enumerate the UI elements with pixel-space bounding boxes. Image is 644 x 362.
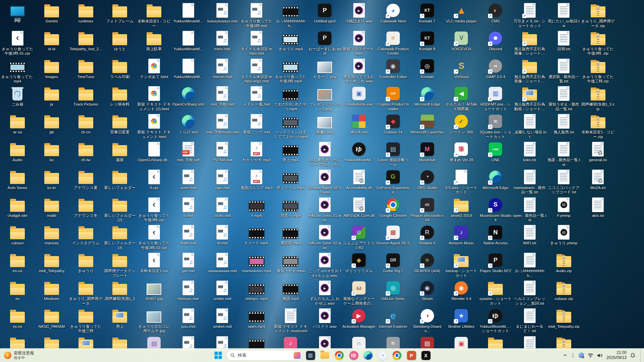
hidden-icons-chevron-icon[interactable]: [563, 354, 567, 357]
desktop-icon[interactable]: ゆYukkuriMovieM...: [342, 141, 376, 163]
desktop-icon[interactable]: GGeForce Experience: [376, 169, 410, 195]
desktop-icon[interactable]: AWSSDK.Core.dll: [342, 197, 376, 218]
desktop-icon[interactable]: 無題.mp4: [273, 280, 308, 301]
desktop-icon[interactable]: ♪Amazon Music: [444, 225, 478, 246]
desktop-icon[interactable]: 新規 テキスト ドキュメント (2).html: [137, 86, 171, 111]
notification-bell-icon[interactable]: z: [630, 353, 635, 358]
desktop-icon[interactable]: 調声練習(失敗)_3.zip: [581, 86, 615, 111]
desktop-icon[interactable]: YukkuriMovieM...: [171, 3, 205, 24]
desktop-icon[interactable]: ♫meroin.mid: [205, 58, 239, 79]
desktop-icon[interactable]: ▶Groove Agent SE 01.wav: [308, 169, 342, 195]
desktop-icon[interactable]: ♫b.mid: [171, 197, 205, 218]
search-box[interactable]: 検索: [226, 350, 303, 361]
desktop-icon[interactable]: midi_Telepathy.zip: [547, 308, 581, 329]
desktop-icon[interactable]: ♫タイトル未設定.tempo.orig1.mid: [239, 58, 274, 84]
desktop-icon[interactable]: YukkuriMovieM...: [171, 31, 205, 52]
desktop-icon[interactable]: ♫sirofo.mid: [205, 197, 239, 218]
desktop-icon[interactable]: 名称未設定1 - コピー: [137, 3, 171, 28]
desktop-icon[interactable]: 無題 - 親作品一覧.txt: [547, 141, 581, 167]
desktop-icon[interactable]: ♫タイトル未設定.tempo.mid: [239, 31, 274, 56]
desktop-icon[interactable]: かるーく.png: [308, 58, 342, 79]
desktop-icon[interactable]: 営業日変更: [103, 114, 137, 135]
desktop-icon[interactable]: MoZA.exe: [342, 114, 376, 135]
desktop-icon[interactable]: ラベル印刷: [103, 58, 137, 79]
show-desktop-edge[interactable]: [640, 349, 642, 362]
desktop-icon[interactable]: ▶HALion Sonic 02.wav: [308, 225, 342, 250]
desktop-icon[interactable]: 路上駐車: [137, 31, 171, 52]
desktop-icon[interactable]: Telepathy_Inst_2...: [69, 31, 103, 52]
tray-app-blue-icon[interactable]: [579, 353, 584, 358]
desktop-icon[interactable]: 最新: [103, 141, 137, 163]
desktop-icon[interactable]: ヘッドフォンはずしててよかっt.mp4: [273, 114, 308, 139]
desktop-icon[interactable]: ksks.txt: [513, 141, 547, 163]
desktop-icon[interactable]: ♫新規ソング.mid: [239, 114, 274, 135]
app-dark-button[interactable]: ▥: [304, 349, 317, 362]
desktop-icon[interactable]: ◉Blender 4.4: [444, 280, 478, 301]
desktop-icon[interactable]: 無人販売.txt: [547, 114, 581, 135]
desktop-icon[interactable]: 名称未設定1 - コピー.zip: [581, 114, 615, 139]
desktop-icon[interactable]: きゅうり食ってた午後3時.mp4: [273, 58, 308, 84]
weather-widget[interactable]: ! 雷雨注意報 発令中: [0, 349, 38, 362]
desktop-icon[interactable]: ◆ポリリリリズム: [342, 252, 376, 274]
desktop-icon[interactable]: OpenCvSharp.dll...: [137, 141, 171, 163]
desktop-icon[interactable]: ♫PVTNd.mid: [205, 141, 239, 163]
desktop-icon[interactable]: ♫きゅうり食ってた午後3時.mid: [239, 3, 274, 28]
desktop-icon[interactable]: Audio: [0, 141, 35, 163]
desktop-icon[interactable]: Gemini: [35, 3, 69, 24]
desktop-icon[interactable]: ♫uaaaaaaaaa.mid: [205, 252, 239, 274]
desktop-icon[interactable]: ▶ずんだもん_しおかぜふ.wav: [308, 280, 342, 306]
app-light-button[interactable]: ◔: [376, 349, 389, 362]
desktop-icon[interactable]: ♪MP3無題のスコア.mp3: [239, 169, 274, 190]
desktop-icon[interactable]: manisekarin.mp4: [239, 252, 274, 274]
desktop-icon[interactable]: maniuta: [35, 225, 69, 246]
desktop-icon[interactable]: RReaktor 6: [410, 225, 444, 246]
desktop-icon[interactable]: ‹きゅうり食ってた午後3時-01.cpr: [0, 31, 35, 56]
desktop-icon[interactable]: ♫dram.mid: [171, 225, 205, 246]
chrome-button[interactable]: [333, 349, 346, 362]
desktop-icon[interactable]: きゅうり_調声用データ.zip: [581, 3, 615, 28]
desktop-icon[interactable]: ♫メドレー風.mid: [239, 86, 274, 107]
desktop-icon[interactable]: ‹名称未設定1.cpr: [137, 252, 171, 274]
desktop-icon[interactable]: きゅうり食ってた午後3時 .zip: [581, 31, 615, 56]
desktop-icon[interactable]: アナウンス夏: [69, 169, 103, 190]
desktop-icon[interactable]: 新しいフォルダー (2): [103, 197, 137, 223]
desktop-icon[interactable]: だれだFXいれたやつ.mp4: [273, 86, 308, 111]
desktop-icon[interactable]: ゆF.ymmp: [547, 197, 581, 218]
powerpoint-button[interactable]: P: [405, 349, 418, 362]
desktop-icon[interactable]: eInternet Explorer: [376, 308, 410, 329]
desktop-icon[interactable]: 65407.jpg: [137, 280, 171, 301]
desktop-icon[interactable]: まにまにわーるど！.txt: [513, 308, 547, 334]
desktop-icon[interactable]: WIFI.txt: [513, 225, 547, 246]
desktop-icon[interactable]: 死にたい_ゅ歌詞.txt: [547, 3, 581, 28]
desktop-icon[interactable]: ◆Cubase 14: [376, 114, 410, 135]
desktop-icon[interactable]: ごみ箱: [0, 86, 35, 107]
desktop-icon[interactable]: 筆筆まめ Ver.28: [444, 141, 478, 163]
desktop-icon[interactable]: MoZA.ini: [581, 169, 615, 190]
desktop-icon[interactable]: CPICrypton Product Installer: [376, 86, 410, 111]
desktop-icon[interactable]: 無人販売不正行為画像 - ショートカット: [513, 58, 547, 84]
file-explorer-button[interactable]: [318, 349, 332, 362]
desktop-icon[interactable]: id-id: [35, 31, 69, 52]
desktop-icon[interactable]: おっhhhhhhhhhhh...: [273, 3, 308, 28]
desktop-icon[interactable]: LINELINE: [478, 141, 513, 163]
desktop-icon[interactable]: 新しいフォルダー (3): [103, 225, 137, 250]
desktop-icon[interactable]: ゆYukkuriMovieM... - ショートカット: [478, 308, 513, 334]
desktop-icon[interactable]: ♪MP3わかりやす.mp3: [239, 141, 274, 163]
desktop-icon[interactable]: Images: [35, 58, 69, 79]
desktop-icon[interactable]: 通知うぜえ - 親作品一覧.txt: [547, 86, 581, 111]
browser-colorful-button[interactable]: [390, 349, 404, 362]
desktop-icon[interactable]: 羽尻へ.mp4: [273, 197, 308, 218]
desktop-icon[interactable]: ▶答え知っててもむずいわこれ.wav: [342, 58, 376, 84]
desktop-icon[interactable]: ▶バスドラ.wav: [308, 308, 342, 329]
desktop-icon[interactable]: Audio.zip: [547, 252, 581, 274]
desktop-icon[interactable]: ▶こってゅh d すお f d s b ふぉ.wav: [308, 252, 342, 278]
desktop-icon[interactable]: ♫mid_学校muse.mid: [205, 114, 239, 135]
desktop-icon[interactable]: Fコード.mp4: [239, 225, 274, 246]
desktop-icon[interactable]: 9.5.xlsx - ショートカット: [444, 169, 478, 195]
desktop-icon[interactable]: ◐CMS: [478, 3, 513, 24]
desktop-icon[interactable]: _起動しない場合.txt: [513, 114, 547, 139]
desktop-icon[interactable]: 売上: [103, 308, 137, 329]
desktop-icon[interactable]: ko-kr: [35, 169, 69, 190]
desktop-icon[interactable]: 画像1.png: [308, 114, 342, 135]
desktop-icon[interactable]: akis.txt: [581, 197, 615, 218]
